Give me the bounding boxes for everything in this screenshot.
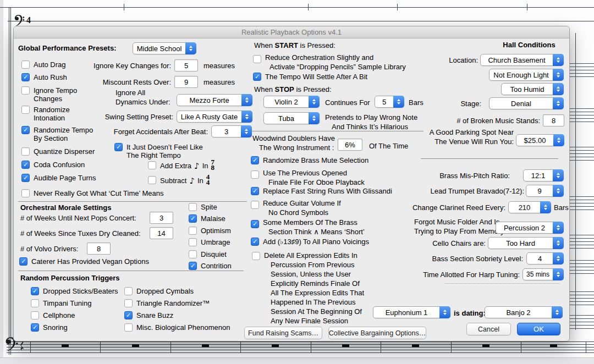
checkbox-box[interactable]	[124, 323, 133, 332]
sobriety-dropdown[interactable]: 4	[526, 252, 564, 264]
parking-dropdown[interactable]: $25.00	[516, 134, 564, 146]
checkbox-snoring[interactable]: Snoring	[31, 323, 68, 332]
checkbox-box[interactable]	[124, 287, 133, 295]
wrong-note-instrument-dropdown[interactable]: Tuba	[263, 112, 320, 124]
checkbox-box[interactable]	[21, 147, 30, 156]
checkbox-dropped-sticks[interactable]: Dropped Sticks/Beaters	[31, 287, 118, 295]
volvo-input[interactable]: 8	[87, 242, 111, 255]
location-dropdown[interactable]: Church Basement	[480, 54, 564, 66]
checkbox-box[interactable]	[21, 86, 30, 95]
lighting-dropdown[interactable]: Not Enough Light	[489, 69, 564, 81]
checkbox-box[interactable]	[21, 106, 30, 114]
checkbox-disquiet[interactable]: Disquiet	[189, 250, 227, 258]
tuxes-input[interactable]: 14	[150, 227, 173, 239]
checkbox-previous-finale-file[interactable]: Use The Previous Opened Finale File For …	[251, 168, 365, 187]
swing-dropdown[interactable]: Like A Rusty Gate	[177, 111, 252, 123]
checkbox-box[interactable]	[21, 189, 30, 197]
checkbox-guitar-volume[interactable]: Reduce Guitar Volume If No Chord Symbols	[251, 198, 341, 217]
checkbox-delete-expression-edits[interactable]: Delete All Expression Edits In Percussio…	[252, 251, 364, 326]
checkbox-brass-mute[interactable]: Randomize Brass Mute Selection	[251, 156, 369, 164]
checkbox-box[interactable]	[114, 143, 123, 151]
memory-dropdown[interactable]: Percussion 2	[496, 222, 564, 234]
mispitch-dropdown[interactable]: 12:1	[523, 169, 564, 181]
checkbox-box[interactable]	[31, 323, 39, 332]
ignore-key-input[interactable]: 5	[174, 59, 198, 71]
checkbox-subtract[interactable]: Subtract ♪ In 44	[148, 176, 210, 185]
checkbox-optimism[interactable]: Optimism	[189, 227, 231, 235]
checkbox-box[interactable]	[251, 187, 259, 195]
woodwind-percent-input[interactable]: 6%	[338, 139, 362, 151]
accidentals-dropdown[interactable]: 3	[211, 125, 252, 137]
pops-input[interactable]: 3	[150, 212, 173, 224]
checkbox-triangle-randomizer[interactable]: Triangle Randomizer™	[124, 299, 210, 307]
checkbox-caterer[interactable]: Caterer Has Provided Vegan Options	[19, 257, 149, 266]
checkbox-box[interactable]	[21, 60, 30, 69]
humidity-dropdown[interactable]: Too Humid	[501, 83, 564, 95]
cancel-button[interactable]: Cancel	[466, 323, 511, 335]
checkbox-box[interactable]	[21, 174, 30, 182]
checkbox-box[interactable]	[253, 55, 261, 63]
bravado-dropdown[interactable]: 9	[526, 185, 564, 197]
checkbox-box[interactable]	[21, 161, 30, 169]
checkbox-ignore-tempo-changes[interactable]: Ignore Tempo Changes	[21, 86, 77, 103]
harp-dropdown[interactable]: 35 mins	[522, 268, 564, 280]
dialog-titlebar[interactable]: Realistic Playback Options v4.1	[14, 26, 569, 38]
checkbox-box[interactable]	[21, 126, 30, 134]
checkbox-cellphone[interactable]: Cellphone	[31, 311, 75, 319]
checkbox-box[interactable]	[252, 252, 260, 260]
stage-dropdown[interactable]: Denial	[489, 97, 564, 109]
checkbox-quantize-disperser[interactable]: Quantize Disperser	[21, 147, 95, 156]
checkbox-timpani-tuning[interactable]: Timpani Tuning	[31, 299, 91, 307]
checkbox-box[interactable]	[251, 170, 259, 179]
checkbox-auto-drag[interactable]: Auto Drag	[21, 60, 66, 69]
checkbox-box[interactable]	[148, 161, 156, 169]
checkbox-add-extra[interactable]: Add Extra ♪ In 78	[148, 161, 215, 170]
checkbox-tempo-settle[interactable]: The Tempo Will Settle After A Bit	[253, 73, 367, 81]
checkbox-glissandi[interactable]: Replace Fast String Runs With Glissandi	[251, 187, 392, 195]
collective-bargaining-button[interactable]: Collective Bargaining Options…	[328, 327, 426, 339]
checkbox-box[interactable]	[251, 201, 259, 209]
checkbox-box[interactable]	[31, 287, 39, 295]
checkbox-brass-short[interactable]: Some Members Of The Brass Section Think …	[251, 218, 365, 236]
checkbox-box[interactable]	[189, 203, 197, 211]
checkbox-cut-time[interactable]: Never Really Got What ‘Cut Time’ Means	[21, 189, 163, 197]
dating-left-dropdown[interactable]: Euphonium 1	[373, 306, 450, 318]
checkbox-dropped-cymbals[interactable]: Dropped Cymbals	[124, 287, 194, 295]
checkbox-box[interactable]	[148, 176, 156, 184]
checkbox-audible-page-turns[interactable]: Audible Page Turns	[21, 174, 96, 182]
checkbox-box[interactable]	[19, 257, 28, 266]
checkbox-box[interactable]	[251, 238, 259, 246]
dating-right-dropdown[interactable]: Banjo 2	[485, 306, 563, 318]
checkbox-reduce-orchestration[interactable]: Reduce Orchestration Slightly and Activa…	[253, 53, 406, 71]
checkbox-piano-voicings[interactable]: Add (♭13♯9) To All Piano Voicings	[251, 238, 369, 246]
checkbox-box[interactable]	[124, 311, 133, 319]
ok-button[interactable]: OK	[517, 323, 560, 335]
broken-stands-input[interactable]: 8	[543, 114, 564, 126]
checkbox-box[interactable]	[31, 299, 39, 307]
checkbox-box[interactable]	[189, 262, 197, 270]
checkbox-umbrage[interactable]: Umbrage	[189, 238, 230, 246]
miscount-input[interactable]: 9	[174, 76, 198, 88]
checkbox-box[interactable]	[251, 220, 259, 228]
checkbox-malaise[interactable]: Malaise	[189, 214, 226, 223]
checkbox-randomize-tempo-by-section[interactable]: Randomize Tempo By Section	[21, 126, 93, 142]
checkbox-coda-confusion[interactable]: Coda Confusion	[21, 161, 85, 169]
checkbox-box[interactable]	[21, 73, 30, 81]
checkbox-box[interactable]	[189, 250, 197, 258]
checkbox-randomize-intonation[interactable]: Randomize Intonation	[21, 106, 70, 122]
checkbox-box[interactable]	[251, 156, 259, 164]
checkbox-box[interactable]	[189, 227, 197, 235]
stop-instrument-dropdown[interactable]: Violin 2	[263, 96, 320, 108]
global-presets-dropdown[interactable]: Middle School	[133, 42, 196, 54]
checkbox-box[interactable]	[189, 214, 197, 223]
checkbox-box[interactable]	[189, 238, 197, 246]
fund-raising-button[interactable]: Fund Raising Scams…	[244, 327, 322, 339]
checkbox-box[interactable]	[31, 311, 39, 319]
dynamics-dropdown[interactable]: Mezzo Forte	[177, 94, 252, 106]
checkbox-spite[interactable]: Spite	[189, 203, 217, 211]
checkbox-snare-buzz[interactable]: Snare Buzz	[124, 311, 173, 319]
checkbox-auto-rush[interactable]: Auto Rush	[21, 73, 67, 81]
checkbox-box[interactable]	[253, 73, 261, 81]
checkbox-box[interactable]	[124, 299, 133, 307]
checkbox-misc-biological[interactable]: Misc. Biological Phenomenon	[124, 323, 230, 332]
